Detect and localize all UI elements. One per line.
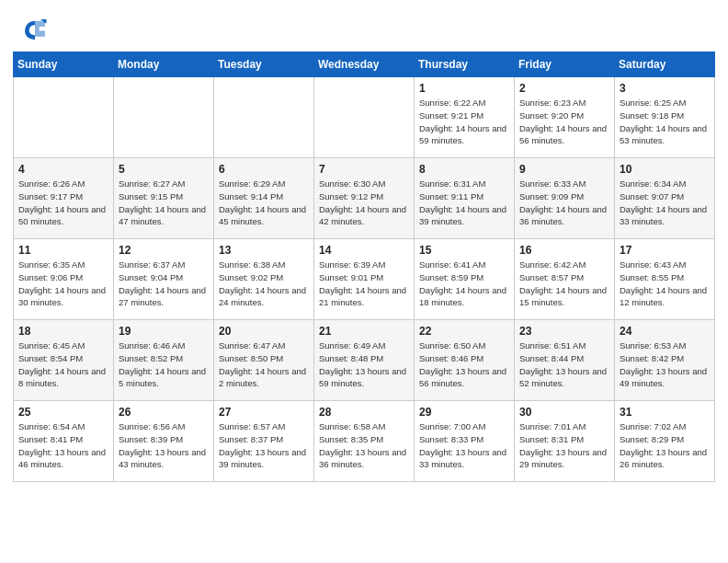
day-number: 9 [519,163,609,176]
day-info: Sunrise: 6:43 AM Sunset: 8:55 PM Dayligh… [620,259,710,309]
calendar-cell: 7Sunrise: 6:30 AM Sunset: 9:12 PM Daylig… [314,158,415,239]
day-number: 4 [18,163,108,176]
day-info: Sunrise: 6:57 AM Sunset: 8:37 PM Dayligh… [219,420,309,471]
calendar-cell: 17Sunrise: 6:43 AM Sunset: 8:55 PM Dayli… [615,239,715,320]
weekday-header-thursday: Thursday [415,52,515,77]
page-header [0,0,728,52]
calendar-cell: 8Sunrise: 6:31 AM Sunset: 9:11 PM Daylig… [415,158,515,239]
calendar-cell [214,77,314,158]
day-info: Sunrise: 6:25 AM Sunset: 9:18 PM Dayligh… [620,97,710,147]
calendar-week-4: 18Sunrise: 6:45 AM Sunset: 8:54 PM Dayli… [14,320,715,401]
calendar-cell [314,77,415,158]
calendar-cell: 28Sunrise: 6:58 AM Sunset: 8:35 PM Dayli… [314,401,415,482]
calendar-cell: 16Sunrise: 6:42 AM Sunset: 8:57 PM Dayli… [515,239,615,320]
calendar-cell: 25Sunrise: 6:54 AM Sunset: 8:41 PM Dayli… [14,401,114,482]
day-number: 28 [319,406,409,419]
logo-icon [22,17,48,42]
day-info: Sunrise: 6:34 AM Sunset: 9:07 PM Dayligh… [620,178,710,228]
calendar-cell: 9Sunrise: 6:33 AM Sunset: 9:09 PM Daylig… [515,158,615,239]
day-number: 26 [119,406,209,419]
day-number: 5 [119,163,209,176]
calendar-cell: 22Sunrise: 6:50 AM Sunset: 8:46 PM Dayli… [415,320,515,401]
calendar-cell: 29Sunrise: 7:00 AM Sunset: 8:33 PM Dayli… [415,401,515,482]
calendar-cell: 27Sunrise: 6:57 AM Sunset: 8:37 PM Dayli… [214,401,314,482]
day-info: Sunrise: 6:30 AM Sunset: 9:12 PM Dayligh… [319,178,409,228]
day-info: Sunrise: 6:39 AM Sunset: 9:01 PM Dayligh… [319,259,409,309]
day-info: Sunrise: 7:02 AM Sunset: 8:29 PM Dayligh… [620,420,710,471]
day-number: 6 [219,163,309,176]
calendar-cell: 15Sunrise: 6:41 AM Sunset: 8:59 PM Dayli… [415,239,515,320]
weekday-header-saturday: Saturday [615,52,715,77]
day-number: 11 [18,244,108,257]
calendar-cell: 30Sunrise: 7:01 AM Sunset: 8:31 PM Dayli… [515,401,615,482]
day-info: Sunrise: 6:27 AM Sunset: 9:15 PM Dayligh… [119,178,209,228]
day-info: Sunrise: 6:37 AM Sunset: 9:04 PM Dayligh… [119,259,209,309]
day-info: Sunrise: 6:33 AM Sunset: 9:09 PM Dayligh… [519,178,609,228]
calendar-cell: 19Sunrise: 6:46 AM Sunset: 8:52 PM Dayli… [114,320,214,401]
day-number: 23 [519,325,609,338]
day-info: Sunrise: 6:47 AM Sunset: 8:50 PM Dayligh… [219,339,309,390]
logo [22,17,51,42]
day-info: Sunrise: 6:23 AM Sunset: 9:20 PM Dayligh… [519,97,609,147]
calendar-cell: 10Sunrise: 6:34 AM Sunset: 9:07 PM Dayli… [615,158,715,239]
weekday-header-wednesday: Wednesday [314,52,415,77]
day-number: 13 [219,244,309,257]
day-info: Sunrise: 6:46 AM Sunset: 8:52 PM Dayligh… [119,339,209,390]
day-info: Sunrise: 6:29 AM Sunset: 9:14 PM Dayligh… [219,178,309,228]
calendar-cell: 3Sunrise: 6:25 AM Sunset: 9:18 PM Daylig… [615,77,715,158]
day-info: Sunrise: 7:01 AM Sunset: 8:31 PM Dayligh… [519,420,609,471]
calendar-week-3: 11Sunrise: 6:35 AM Sunset: 9:06 PM Dayli… [14,239,715,320]
calendar-cell: 6Sunrise: 6:29 AM Sunset: 9:14 PM Daylig… [214,158,314,239]
day-number: 22 [419,325,509,338]
day-number: 21 [319,325,409,338]
day-number: 19 [119,325,209,338]
day-info: Sunrise: 6:38 AM Sunset: 9:02 PM Dayligh… [219,259,309,309]
day-info: Sunrise: 7:00 AM Sunset: 8:33 PM Dayligh… [419,420,509,471]
day-number: 7 [319,163,409,176]
day-info: Sunrise: 6:49 AM Sunset: 8:48 PM Dayligh… [319,339,409,390]
calendar-week-5: 25Sunrise: 6:54 AM Sunset: 8:41 PM Dayli… [14,401,715,482]
weekday-header-tuesday: Tuesday [214,52,314,77]
weekday-header-friday: Friday [515,52,615,77]
calendar-cell: 1Sunrise: 6:22 AM Sunset: 9:21 PM Daylig… [415,77,515,158]
calendar-wrapper: SundayMondayTuesdayWednesdayThursdayFrid… [0,52,728,495]
calendar-cell: 26Sunrise: 6:56 AM Sunset: 8:39 PM Dayli… [114,401,214,482]
day-info: Sunrise: 6:41 AM Sunset: 8:59 PM Dayligh… [419,259,509,309]
calendar-cell [114,77,214,158]
calendar-cell: 4Sunrise: 6:26 AM Sunset: 9:17 PM Daylig… [14,158,114,239]
calendar-week-2: 4Sunrise: 6:26 AM Sunset: 9:17 PM Daylig… [14,158,715,239]
weekday-header-sunday: Sunday [14,52,114,77]
day-info: Sunrise: 6:54 AM Sunset: 8:41 PM Dayligh… [18,420,108,471]
weekday-header-monday: Monday [114,52,214,77]
calendar-cell: 5Sunrise: 6:27 AM Sunset: 9:15 PM Daylig… [114,158,214,239]
day-number: 14 [319,244,409,257]
day-number: 1 [419,82,509,95]
day-info: Sunrise: 6:31 AM Sunset: 9:11 PM Dayligh… [419,178,509,228]
calendar-cell: 18Sunrise: 6:45 AM Sunset: 8:54 PM Dayli… [14,320,114,401]
weekday-header-row: SundayMondayTuesdayWednesdayThursdayFrid… [14,52,715,77]
calendar-header: SundayMondayTuesdayWednesdayThursdayFrid… [14,52,715,77]
day-number: 18 [18,325,108,338]
day-number: 17 [620,244,710,257]
day-info: Sunrise: 6:22 AM Sunset: 9:21 PM Dayligh… [419,97,509,147]
calendar-cell: 20Sunrise: 6:47 AM Sunset: 8:50 PM Dayli… [214,320,314,401]
calendar-cell: 31Sunrise: 7:02 AM Sunset: 8:29 PM Dayli… [615,401,715,482]
calendar-cell [14,77,114,158]
day-number: 16 [519,244,609,257]
calendar-week-1: 1Sunrise: 6:22 AM Sunset: 9:21 PM Daylig… [14,77,715,158]
calendar-cell: 2Sunrise: 6:23 AM Sunset: 9:20 PM Daylig… [515,77,615,158]
day-info: Sunrise: 6:56 AM Sunset: 8:39 PM Dayligh… [119,420,209,471]
day-info: Sunrise: 6:58 AM Sunset: 8:35 PM Dayligh… [319,420,409,471]
day-number: 10 [620,163,710,176]
calendar-table: SundayMondayTuesdayWednesdayThursdayFrid… [13,52,715,482]
day-info: Sunrise: 6:51 AM Sunset: 8:44 PM Dayligh… [519,339,609,390]
day-number: 8 [419,163,509,176]
day-info: Sunrise: 6:45 AM Sunset: 8:54 PM Dayligh… [18,339,108,390]
day-number: 20 [219,325,309,338]
day-number: 30 [519,406,609,419]
day-info: Sunrise: 6:42 AM Sunset: 8:57 PM Dayligh… [519,259,609,309]
day-number: 29 [419,406,509,419]
day-number: 12 [119,244,209,257]
calendar-cell: 11Sunrise: 6:35 AM Sunset: 9:06 PM Dayli… [14,239,114,320]
day-number: 15 [419,244,509,257]
